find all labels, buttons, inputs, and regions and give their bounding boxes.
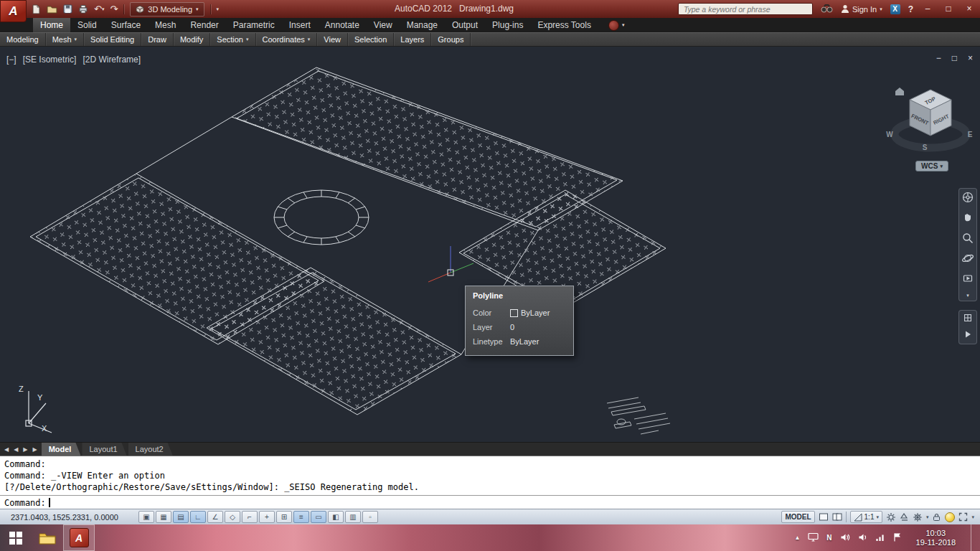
sign-in-button[interactable]: Sign In ▾ — [841, 4, 882, 14]
file-explorer-button[interactable] — [32, 524, 63, 551]
pan-hand-icon[interactable] — [961, 211, 974, 227]
command-input-line[interactable]: Command: — [0, 495, 980, 509]
drawing-canvas[interactable]: Z Y X W S E TOP FRO — [0, 47, 980, 442]
showmotion-icon[interactable] — [961, 272, 974, 288]
tab-insert[interactable]: Insert — [282, 18, 318, 32]
panel-modeling[interactable]: Modeling — [0, 33, 46, 46]
previous-tab-button[interactable]: ◀ — [14, 446, 18, 453]
tab-surface[interactable]: Surface — [104, 18, 148, 32]
quick-view-drawings-icon[interactable] — [832, 512, 842, 522]
qat-customize-caret-icon[interactable]: ▾ — [217, 6, 220, 12]
nahimic-tray-icon[interactable]: N — [826, 534, 831, 542]
app-maximize-button[interactable]: □ — [942, 2, 955, 16]
panel-selection[interactable]: Selection — [348, 33, 394, 46]
panel-groups[interactable]: Groups — [431, 33, 471, 46]
drawing-close-button[interactable]: × — [968, 53, 973, 63]
viewcube-home-icon[interactable] — [895, 88, 904, 95]
undo-dropdown-caret-icon[interactable]: ▾ — [102, 6, 105, 12]
tab-solid[interactable]: Solid — [70, 18, 104, 32]
search-box[interactable] — [678, 3, 813, 15]
open-folder-icon[interactable] — [47, 4, 57, 14]
tab-render[interactable]: Render — [183, 18, 225, 32]
visual-style-control-button[interactable]: [2D Wireframe] — [83, 55, 141, 65]
toggle-quick-properties[interactable]: ▥ — [345, 511, 361, 523]
exchange-apps-icon[interactable]: X — [890, 4, 900, 14]
model-space-button[interactable]: MODEL — [781, 511, 814, 523]
view-control-button[interactable]: [SE Isometric] — [23, 55, 77, 65]
last-tab-button[interactable]: ▶ — [32, 446, 37, 453]
taskbar-clock[interactable]: 10:03 19-11-2018 — [909, 529, 963, 547]
tab-view[interactable]: View — [367, 18, 400, 32]
volume-tray-icon[interactable] — [840, 532, 850, 545]
network-tray-icon[interactable] — [876, 532, 885, 545]
panel-section[interactable]: Section▾ — [210, 33, 255, 46]
plot-printer-icon[interactable] — [78, 4, 88, 14]
panel-coordinates[interactable]: Coordinates▾ — [256, 33, 318, 46]
tab-model[interactable]: Model — [42, 443, 81, 456]
annotation-visibility-icon[interactable] — [886, 512, 896, 522]
tab-annotate[interactable]: Annotate — [318, 18, 367, 32]
tab-output[interactable]: Output — [445, 18, 485, 32]
steering-wheel-icon[interactable] — [961, 191, 974, 207]
search-binoculars-icon[interactable] — [821, 3, 833, 16]
wcs-dropdown[interactable]: WCS ▾ — [915, 161, 948, 171]
toggle-polar-tracking[interactable]: ∠ — [207, 511, 223, 523]
tab-manage[interactable]: Manage — [400, 18, 445, 32]
toggle-3d-object-snap[interactable]: ⌐ — [242, 511, 258, 523]
panel-mesh[interactable]: Mesh▾ — [46, 33, 84, 46]
navbar-caret-icon[interactable]: ▾ — [966, 293, 969, 298]
toggle-dynamic-ucs[interactable]: ⊞ — [276, 511, 292, 523]
drawing-restore-button[interactable]: □ — [952, 53, 957, 63]
orbit-icon[interactable] — [961, 252, 974, 268]
viewcube[interactable]: W S E TOP FRONT RIGHT — [886, 88, 972, 151]
toggle-snap-mode[interactable]: ▦ — [156, 511, 171, 523]
application-menu-button[interactable]: A — [0, 0, 27, 22]
first-tab-button[interactable]: ◀ — [4, 446, 9, 453]
detail-sketch[interactable] — [607, 397, 670, 434]
app-minimize-button[interactable]: – — [921, 2, 934, 16]
search-input[interactable] — [682, 4, 809, 14]
panel-draw[interactable]: Draw — [141, 33, 174, 46]
tab-layout1[interactable]: Layout1 — [82, 443, 126, 456]
tab-parametric[interactable]: Parametric — [226, 18, 282, 32]
show-desktop-button[interactable] — [971, 524, 976, 551]
workspace-caret-icon[interactable]: ▾ — [926, 514, 929, 520]
tab-express-tools[interactable]: Express Tools — [530, 18, 598, 32]
quick-view-layouts-icon[interactable] — [819, 512, 829, 522]
toggle-grid-display[interactable]: ▤ — [173, 511, 189, 523]
redo-button[interactable]: ↷ — [110, 4, 118, 14]
toggle-ortho-mode[interactable]: ∟ — [190, 511, 206, 523]
compass-east-label[interactable]: E — [968, 131, 973, 138]
panel-solid-editing[interactable]: Solid Editing — [84, 33, 141, 46]
autocad-taskbar-button[interactable]: A — [63, 524, 95, 551]
autoscale-icon[interactable] — [900, 512, 909, 522]
toggle-selection-cycling[interactable]: ▫ — [362, 511, 378, 523]
tray-expand-caret-icon[interactable]: ▲ — [794, 534, 800, 541]
workspace-gear-icon[interactable] — [913, 512, 923, 522]
lock-icon[interactable] — [932, 512, 941, 522]
toggle-transparency[interactable]: ◧ — [328, 511, 344, 523]
status-menu-caret-icon[interactable]: ▾ — [971, 514, 974, 520]
undo-button[interactable]: ↶▾ — [94, 4, 104, 14]
clean-screen-icon[interactable] — [958, 512, 968, 522]
toggle-object-snap[interactable]: ◇ — [225, 511, 240, 523]
tab-plugins[interactable]: Plug-ins — [485, 18, 530, 32]
grid-panel-icon[interactable] — [962, 312, 974, 326]
tab-layout2[interactable]: Layout2 — [128, 443, 173, 456]
app-close-button[interactable]: × — [963, 2, 976, 16]
next-tab-button[interactable]: ▶ — [23, 446, 27, 453]
help-icon[interactable]: ? — [908, 4, 913, 14]
panel-layers[interactable]: Layers — [394, 33, 431, 46]
start-button[interactable] — [0, 524, 32, 551]
compass-west-label[interactable]: W — [886, 131, 893, 138]
toggle-object-snap-tracking[interactable]: + — [259, 511, 275, 523]
tab-home[interactable]: Home — [33, 18, 70, 32]
toggle-lineweight[interactable]: ▭ — [311, 511, 326, 523]
compass-south-label[interactable]: S — [923, 143, 928, 151]
tab-mesh[interactable]: Mesh — [148, 18, 183, 32]
save-icon[interactable] — [63, 4, 72, 14]
headset-tray-icon[interactable] — [858, 532, 868, 545]
panel-modify[interactable]: Modify — [174, 33, 210, 46]
panel-view[interactable]: View — [317, 33, 348, 46]
new-file-icon[interactable] — [32, 4, 41, 14]
